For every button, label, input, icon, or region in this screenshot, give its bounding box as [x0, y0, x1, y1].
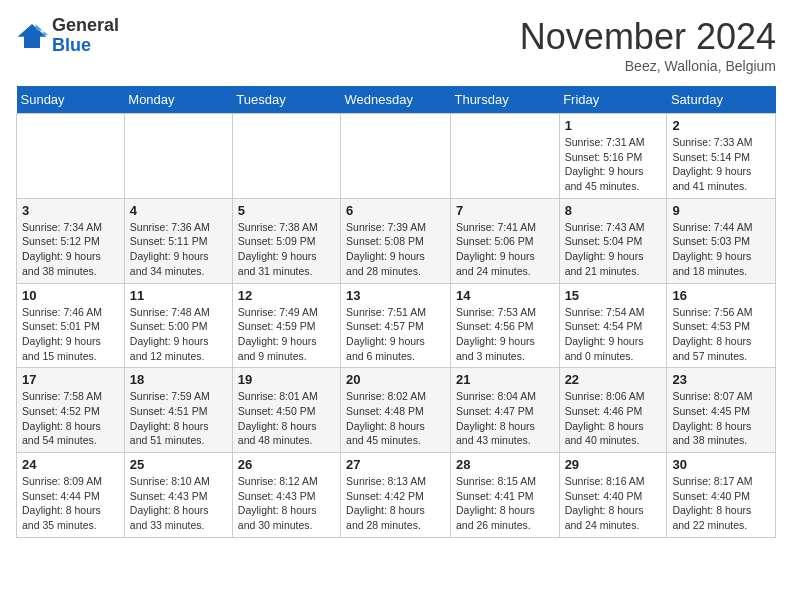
calendar-cell	[450, 114, 559, 199]
week-row-4: 24Sunrise: 8:09 AMSunset: 4:44 PMDayligh…	[17, 453, 776, 538]
day-number: 11	[130, 288, 227, 303]
day-number: 24	[22, 457, 119, 472]
calendar-cell: 16Sunrise: 7:56 AMSunset: 4:53 PMDayligh…	[667, 283, 776, 368]
day-info: Sunrise: 7:51 AMSunset: 4:57 PMDaylight:…	[346, 305, 445, 364]
week-row-2: 10Sunrise: 7:46 AMSunset: 5:01 PMDayligh…	[17, 283, 776, 368]
calendar-header: SundayMondayTuesdayWednesdayThursdayFrid…	[17, 86, 776, 114]
day-number: 18	[130, 372, 227, 387]
day-number: 14	[456, 288, 554, 303]
day-info: Sunrise: 8:01 AMSunset: 4:50 PMDaylight:…	[238, 389, 335, 448]
day-info: Sunrise: 8:02 AMSunset: 4:48 PMDaylight:…	[346, 389, 445, 448]
day-info: Sunrise: 8:09 AMSunset: 4:44 PMDaylight:…	[22, 474, 119, 533]
day-number: 10	[22, 288, 119, 303]
week-row-3: 17Sunrise: 7:58 AMSunset: 4:52 PMDayligh…	[17, 368, 776, 453]
day-number: 9	[672, 203, 770, 218]
logo-blue-text: Blue	[52, 36, 119, 56]
day-info: Sunrise: 8:16 AMSunset: 4:40 PMDaylight:…	[565, 474, 662, 533]
calendar-cell: 21Sunrise: 8:04 AMSunset: 4:47 PMDayligh…	[450, 368, 559, 453]
day-number: 25	[130, 457, 227, 472]
calendar-cell: 29Sunrise: 8:16 AMSunset: 4:40 PMDayligh…	[559, 453, 667, 538]
day-info: Sunrise: 8:07 AMSunset: 4:45 PMDaylight:…	[672, 389, 770, 448]
calendar-cell	[124, 114, 232, 199]
day-info: Sunrise: 7:43 AMSunset: 5:04 PMDaylight:…	[565, 220, 662, 279]
header-day-saturday: Saturday	[667, 86, 776, 114]
day-number: 27	[346, 457, 445, 472]
day-number: 26	[238, 457, 335, 472]
day-info: Sunrise: 8:04 AMSunset: 4:47 PMDaylight:…	[456, 389, 554, 448]
day-info: Sunrise: 7:39 AMSunset: 5:08 PMDaylight:…	[346, 220, 445, 279]
week-row-0: 1Sunrise: 7:31 AMSunset: 5:16 PMDaylight…	[17, 114, 776, 199]
calendar-cell: 10Sunrise: 7:46 AMSunset: 5:01 PMDayligh…	[17, 283, 125, 368]
day-info: Sunrise: 8:12 AMSunset: 4:43 PMDaylight:…	[238, 474, 335, 533]
calendar-cell: 2Sunrise: 7:33 AMSunset: 5:14 PMDaylight…	[667, 114, 776, 199]
day-info: Sunrise: 8:06 AMSunset: 4:46 PMDaylight:…	[565, 389, 662, 448]
calendar-cell: 11Sunrise: 7:48 AMSunset: 5:00 PMDayligh…	[124, 283, 232, 368]
location: Beez, Wallonia, Belgium	[520, 58, 776, 74]
svg-marker-0	[18, 24, 47, 48]
day-info: Sunrise: 8:13 AMSunset: 4:42 PMDaylight:…	[346, 474, 445, 533]
header-day-monday: Monday	[124, 86, 232, 114]
header-day-sunday: Sunday	[17, 86, 125, 114]
day-info: Sunrise: 7:34 AMSunset: 5:12 PMDaylight:…	[22, 220, 119, 279]
day-info: Sunrise: 7:36 AMSunset: 5:11 PMDaylight:…	[130, 220, 227, 279]
header-day-tuesday: Tuesday	[232, 86, 340, 114]
day-number: 4	[130, 203, 227, 218]
day-number: 22	[565, 372, 662, 387]
day-number: 21	[456, 372, 554, 387]
day-number: 15	[565, 288, 662, 303]
calendar-cell: 12Sunrise: 7:49 AMSunset: 4:59 PMDayligh…	[232, 283, 340, 368]
header-day-wednesday: Wednesday	[341, 86, 451, 114]
calendar-cell: 27Sunrise: 8:13 AMSunset: 4:42 PMDayligh…	[341, 453, 451, 538]
calendar-cell: 18Sunrise: 7:59 AMSunset: 4:51 PMDayligh…	[124, 368, 232, 453]
calendar-cell: 20Sunrise: 8:02 AMSunset: 4:48 PMDayligh…	[341, 368, 451, 453]
title-area: November 2024 Beez, Wallonia, Belgium	[520, 16, 776, 74]
header-row: SundayMondayTuesdayWednesdayThursdayFrid…	[17, 86, 776, 114]
day-number: 23	[672, 372, 770, 387]
calendar-cell: 14Sunrise: 7:53 AMSunset: 4:56 PMDayligh…	[450, 283, 559, 368]
calendar-cell: 26Sunrise: 8:12 AMSunset: 4:43 PMDayligh…	[232, 453, 340, 538]
day-info: Sunrise: 8:17 AMSunset: 4:40 PMDaylight:…	[672, 474, 770, 533]
calendar-cell	[232, 114, 340, 199]
day-info: Sunrise: 7:38 AMSunset: 5:09 PMDaylight:…	[238, 220, 335, 279]
calendar-cell: 13Sunrise: 7:51 AMSunset: 4:57 PMDayligh…	[341, 283, 451, 368]
calendar-body: 1Sunrise: 7:31 AMSunset: 5:16 PMDaylight…	[17, 114, 776, 538]
calendar-cell: 24Sunrise: 8:09 AMSunset: 4:44 PMDayligh…	[17, 453, 125, 538]
calendar-cell: 9Sunrise: 7:44 AMSunset: 5:03 PMDaylight…	[667, 198, 776, 283]
day-info: Sunrise: 8:15 AMSunset: 4:41 PMDaylight:…	[456, 474, 554, 533]
calendar-cell: 17Sunrise: 7:58 AMSunset: 4:52 PMDayligh…	[17, 368, 125, 453]
day-info: Sunrise: 7:31 AMSunset: 5:16 PMDaylight:…	[565, 135, 662, 194]
calendar-cell: 3Sunrise: 7:34 AMSunset: 5:12 PMDaylight…	[17, 198, 125, 283]
calendar-table: SundayMondayTuesdayWednesdayThursdayFrid…	[16, 86, 776, 538]
day-info: Sunrise: 7:49 AMSunset: 4:59 PMDaylight:…	[238, 305, 335, 364]
day-number: 2	[672, 118, 770, 133]
day-number: 6	[346, 203, 445, 218]
calendar-cell: 5Sunrise: 7:38 AMSunset: 5:09 PMDaylight…	[232, 198, 340, 283]
calendar-cell: 22Sunrise: 8:06 AMSunset: 4:46 PMDayligh…	[559, 368, 667, 453]
week-row-1: 3Sunrise: 7:34 AMSunset: 5:12 PMDaylight…	[17, 198, 776, 283]
day-info: Sunrise: 8:10 AMSunset: 4:43 PMDaylight:…	[130, 474, 227, 533]
day-number: 5	[238, 203, 335, 218]
calendar-cell: 6Sunrise: 7:39 AMSunset: 5:08 PMDaylight…	[341, 198, 451, 283]
logo-icon	[16, 22, 48, 50]
month-title: November 2024	[520, 16, 776, 58]
logo: General Blue	[16, 16, 119, 56]
calendar-cell: 23Sunrise: 8:07 AMSunset: 4:45 PMDayligh…	[667, 368, 776, 453]
calendar-cell: 19Sunrise: 8:01 AMSunset: 4:50 PMDayligh…	[232, 368, 340, 453]
day-info: Sunrise: 7:54 AMSunset: 4:54 PMDaylight:…	[565, 305, 662, 364]
calendar-cell: 7Sunrise: 7:41 AMSunset: 5:06 PMDaylight…	[450, 198, 559, 283]
calendar-cell: 15Sunrise: 7:54 AMSunset: 4:54 PMDayligh…	[559, 283, 667, 368]
calendar-cell	[341, 114, 451, 199]
day-info: Sunrise: 7:48 AMSunset: 5:00 PMDaylight:…	[130, 305, 227, 364]
calendar-cell: 4Sunrise: 7:36 AMSunset: 5:11 PMDaylight…	[124, 198, 232, 283]
day-number: 1	[565, 118, 662, 133]
day-number: 7	[456, 203, 554, 218]
header-day-thursday: Thursday	[450, 86, 559, 114]
header-day-friday: Friday	[559, 86, 667, 114]
day-number: 12	[238, 288, 335, 303]
calendar-cell: 8Sunrise: 7:43 AMSunset: 5:04 PMDaylight…	[559, 198, 667, 283]
day-info: Sunrise: 7:56 AMSunset: 4:53 PMDaylight:…	[672, 305, 770, 364]
day-info: Sunrise: 7:41 AMSunset: 5:06 PMDaylight:…	[456, 220, 554, 279]
day-number: 19	[238, 372, 335, 387]
logo-general-text: General	[52, 16, 119, 36]
day-info: Sunrise: 7:58 AMSunset: 4:52 PMDaylight:…	[22, 389, 119, 448]
